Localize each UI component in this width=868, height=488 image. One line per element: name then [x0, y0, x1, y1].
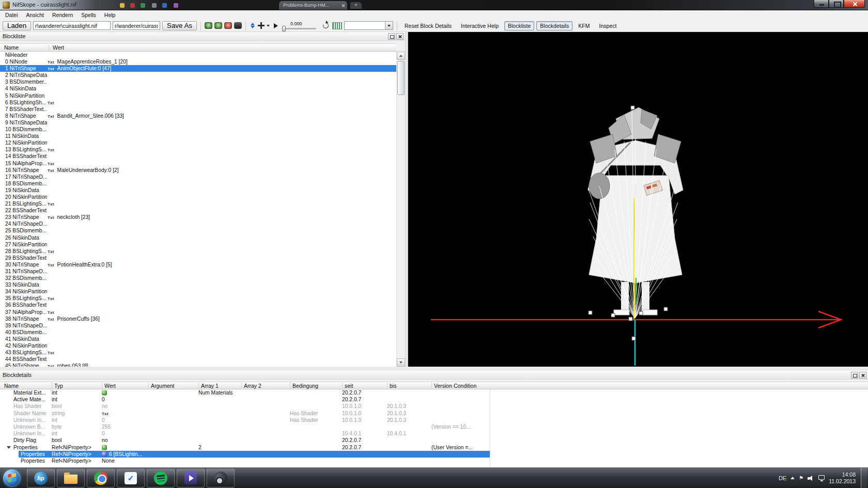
blockdetails-row[interactable]: Shader NamestringTxtHas Shader10.0.1.020…: [0, 410, 868, 417]
blockdetails-row[interactable]: Unknown In...int0Has Shader10.0.1.020.1.…: [0, 417, 868, 423]
blockliste-row[interactable]: 29 BSShaderText...: [0, 255, 396, 261]
blockliste-row[interactable]: 4 NiSkinData: [0, 85, 396, 92]
blockliste-row[interactable]: 28 BSLightingS...Txt: [0, 248, 396, 255]
blockliste-row[interactable]: 32 BSDismemb...: [0, 275, 396, 281]
blockliste-row[interactable]: 23 NiTriShapeTxtneckcloth [23]: [0, 214, 396, 221]
slider-thumb[interactable]: [282, 26, 286, 32]
close-panel-icon[interactable]: [396, 33, 404, 40]
blockliste-row[interactable]: 19 NiSkinData: [0, 187, 396, 194]
column-divider[interactable]: [49, 45, 49, 51]
scroll-down-icon[interactable]: [397, 358, 405, 367]
loop-animation-icon[interactable]: [322, 22, 330, 29]
blockdetails-toggle-button[interactable]: Blockdetails: [536, 21, 572, 30]
show-desktop-button[interactable]: [861, 468, 867, 488]
blockliste-row[interactable]: 13 BSLightingS...Txt: [0, 146, 396, 153]
menu-datei[interactable]: Datei: [1, 10, 22, 20]
blockliste-row[interactable]: 9 NiTriShapeData: [0, 119, 396, 126]
language-indicator[interactable]: DE: [779, 475, 786, 481]
blockliste-row[interactable]: 0 NiNodeTxtMageApprenticeRobes_1 [20]: [0, 58, 396, 65]
blockliste-row[interactable]: 36 BSShaderText...: [0, 302, 396, 308]
taskbar-button-chrome[interactable]: [87, 469, 115, 487]
load-path-input[interactable]: [33, 21, 111, 30]
menu-help[interactable]: Help: [100, 10, 120, 20]
save-path-input[interactable]: [113, 21, 160, 30]
blockdetails-row[interactable]: Material Ext...intNum Materials20.2.0.7: [0, 389, 868, 396]
blockliste-row[interactable]: 26 NiSkinData: [0, 234, 396, 241]
blockliste-row[interactable]: 16 NiTriShapeTxtMaleUnderwearBody:0 [2]: [0, 167, 396, 174]
blockliste-row[interactable]: 3 BSDismember...: [0, 78, 396, 85]
action-center-flag-icon[interactable]: ⚑: [799, 475, 803, 481]
toggle-vertexcolor-icon[interactable]: [214, 22, 222, 29]
blockliste-scrollbar[interactable]: [396, 52, 405, 367]
undock-panel-icon[interactable]: [388, 33, 395, 40]
blockliste-row[interactable]: 12 NiSkinPartition: [0, 139, 396, 146]
column-header-name[interactable]: Name: [4, 382, 19, 389]
close-button[interactable]: [844, 0, 865, 8]
blockliste-row[interactable]: 30 NiTriShapeTxtPotionHealthExtra:0 [5]: [0, 261, 396, 268]
blockliste-row[interactable]: 24 NiTriShapeD...: [0, 221, 396, 227]
blockliste-row[interactable]: 18 BSDismemb...: [0, 180, 396, 187]
taskbar-button-tasks[interactable]: [117, 469, 145, 487]
blockliste-row[interactable]: 38 NiTriShapeTxtPrisonerCuffs [36]: [0, 316, 396, 322]
network-icon[interactable]: [818, 475, 825, 480]
blockliste-row[interactable]: 21 BSLightingS...Txt: [0, 200, 396, 207]
title-bar[interactable]: NifSkope - cuirasslight.nif Problems-Bum…: [0, 0, 868, 10]
blockdetails-row[interactable]: Unknown In...int010.4.0.110.4.0.1: [0, 430, 868, 437]
move-tool-icon[interactable]: [258, 22, 265, 29]
show-hidden-icons-icon[interactable]: [791, 477, 795, 479]
blockliste-row[interactable]: 33 NiSkinData: [0, 281, 396, 288]
column-header-argument[interactable]: Argument: [148, 382, 175, 389]
horizontal-splitter[interactable]: [0, 367, 868, 371]
column-header-name[interactable]: Name: [4, 44, 19, 52]
blockliste-row[interactable]: 20 NiSkinPartition: [0, 194, 396, 200]
background-browser-tab[interactable]: Problems-Bump-HM...: [279, 1, 347, 10]
blockdetails-row[interactable]: Active Mate...int020.2.0.7: [0, 396, 868, 403]
tab-close-icon[interactable]: [340, 2, 347, 9]
play-animation-icon[interactable]: [274, 23, 278, 28]
column-header-typ[interactable]: Typ: [52, 382, 63, 389]
new-tab-button[interactable]: +: [350, 2, 362, 9]
blockdetails-row[interactable]: PropertiesRef<NiProperty>None: [0, 458, 868, 464]
blockliste-row[interactable]: 45 NiTriShapeTxtrobes 053 [8]: [0, 363, 396, 367]
taskbar-button-explorer[interactable]: [57, 469, 85, 487]
column-header-bis[interactable]: bis: [387, 382, 396, 389]
volume-icon[interactable]: [808, 475, 814, 481]
blockliste-row[interactable]: 8 NiTriShapeTxtBandit_Armor_Slee.006 [33…: [0, 113, 396, 119]
combo-dropdown-icon[interactable]: [385, 22, 393, 29]
blockliste-row[interactable]: 22 BSShaderText...: [0, 207, 396, 214]
column-header-wert[interactable]: Wert: [53, 44, 64, 52]
blockliste-row[interactable]: 6 BSLightingSh...Txt: [0, 99, 396, 106]
interactive-help-button[interactable]: Interactive Help: [457, 21, 502, 30]
blockliste-row[interactable]: NiHeader: [0, 52, 396, 58]
reset-block-details-button[interactable]: Reset Block Details: [401, 21, 455, 30]
menu-rendern[interactable]: Rendern: [48, 10, 77, 20]
sort-arrows-icon[interactable]: [250, 23, 256, 28]
blockliste-row[interactable]: 31 NiTriShapeD...: [0, 268, 396, 275]
blockliste-row[interactable]: 5 NiSkinPartition: [0, 92, 396, 99]
blockliste-row[interactable]: 10 BSDismemb...: [0, 126, 396, 133]
column-header-seit[interactable]: seit: [342, 382, 353, 389]
blockliste-toggle-button[interactable]: Blockliste: [504, 21, 534, 30]
start-button[interactable]: [3, 469, 21, 487]
blockliste-row[interactable]: 7 BSShaderText...: [0, 106, 396, 113]
taskbar-button-game[interactable]: [207, 469, 235, 487]
maximize-button[interactable]: [829, 0, 844, 8]
minimize-button[interactable]: [814, 0, 829, 8]
blockliste-row[interactable]: 41 NiSkinData: [0, 336, 396, 342]
blockliste-row[interactable]: 25 BSDismemb...: [0, 227, 396, 234]
blockliste-row[interactable]: 2 NiTriShapeData: [0, 72, 396, 78]
undock-panel-icon[interactable]: [851, 372, 858, 379]
kfm-button[interactable]: KFM: [575, 21, 593, 30]
blockdetails-row[interactable]: Unknown B...byte255(Version == 10....: [0, 423, 868, 430]
taskbar-button-spotify[interactable]: [147, 469, 175, 487]
animation-slider[interactable]: [282, 28, 316, 29]
column-header-wert[interactable]: Wert: [102, 382, 116, 389]
blockdetails-row[interactable]: PropertiesRef<NiProperty>6 [BSLightin...: [0, 451, 868, 458]
scroll-up-icon[interactable]: [397, 52, 405, 60]
scrollbar-thumb[interactable]: [397, 61, 405, 95]
blockdetails-row[interactable]: Dirty Flagboolno20.2.0.7: [0, 437, 868, 444]
column-header-version-condition[interactable]: Version Condition: [431, 382, 476, 389]
chevron-down-icon[interactable]: [267, 25, 270, 27]
menu-ansicht[interactable]: Ansicht: [22, 10, 48, 20]
menu-spells[interactable]: Spells: [77, 10, 100, 20]
